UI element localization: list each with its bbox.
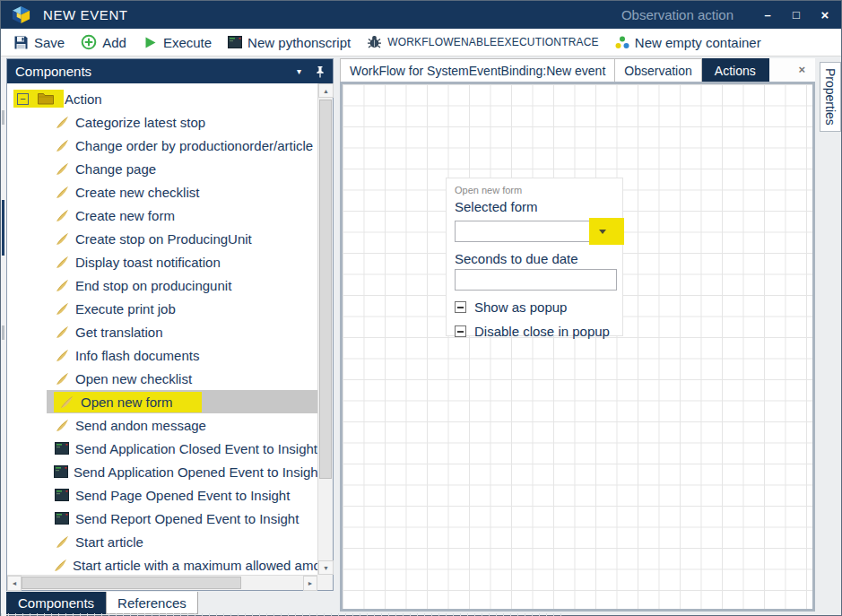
- selected-form-label: Selected form: [455, 199, 614, 214]
- tree-item-send-application-closed-event-to-insight[interactable]: Send Application Closed Event to Insight: [7, 437, 317, 460]
- wand-icon: [54, 535, 70, 549]
- toolbar-button-execute[interactable]: Execute: [135, 29, 220, 56]
- tree-item-open-new-checklist[interactable]: Open new checklist: [7, 367, 317, 390]
- tree-item-start-article-with-a-maximum-allowed-amou[interactable]: Start article with a maximum allowed amo…: [7, 553, 317, 575]
- checkbox-indeterminate-icon[interactable]: [455, 301, 466, 313]
- tree-item-label: Categorize latest stop: [75, 115, 205, 130]
- tree-item-send-application-opened-event-to-insight[interactable]: Send Application Opened Event to Insight: [7, 460, 317, 483]
- tree-item-change-page[interactable]: Change page: [7, 157, 317, 180]
- toolbar-button-label: WORKFLOWENABLEEXECUTIONTRACE: [387, 36, 599, 48]
- scrollbar-thumb[interactable]: [319, 100, 332, 479]
- scrollbar-track[interactable]: [22, 576, 303, 590]
- tree-item-end-stop-on-producingunit[interactable]: End stop on producingunit: [7, 273, 317, 297]
- highlight-block: −: [13, 90, 64, 108]
- tree-item-change-order-by-productionorder-article[interactable]: Change order by productionorder/article: [7, 134, 317, 157]
- scroll-up-button[interactable]: ▲: [318, 83, 334, 98]
- tree-item-categorize-latest-stop[interactable]: Categorize latest stop: [7, 110, 317, 134]
- combo-dropdown-button[interactable]: [589, 218, 624, 245]
- edge-marker: [2, 200, 4, 256]
- seconds-to-due-date-input[interactable]: [455, 269, 617, 291]
- show-as-popup-checkbox[interactable]: Show as popup: [455, 299, 614, 315]
- tree-item-info-flash-documents[interactable]: Info flash documents: [7, 343, 317, 367]
- tree-item-label: Open new form: [81, 395, 173, 410]
- tree-item-create-stop-on-producingunit[interactable]: Create stop on ProducingUnit: [7, 227, 317, 250]
- tree-item-label: Execute print job: [75, 301, 176, 317]
- toolbar-button-save[interactable]: Save: [5, 29, 73, 56]
- minimize-button[interactable]: –: [760, 8, 775, 22]
- toolbar-button-add[interactable]: Add: [73, 29, 135, 56]
- document-tab-strip: WorkFlow for SystemEventBinding:New even…: [340, 58, 815, 82]
- scroll-right-button[interactable]: ►: [303, 576, 317, 591]
- maximize-button[interactable]: □: [789, 8, 803, 22]
- panel-tab-label: References: [117, 595, 187, 611]
- edge-marker: [2, 325, 4, 340]
- tree-item-action[interactable]: −Action: [7, 87, 317, 110]
- tree-item-display-toast-notification[interactable]: Display toast notification: [7, 250, 317, 273]
- tree-item-execute-print-job[interactable]: Execute print job: [7, 297, 317, 320]
- toolbar-button-new-empty-container[interactable]: New empty container: [607, 29, 769, 56]
- console-icon: [54, 489, 70, 501]
- wand-icon: [54, 139, 70, 152]
- tab-observation[interactable]: Observation: [615, 58, 701, 82]
- wand-icon: [54, 186, 70, 199]
- console-icon: [54, 512, 70, 525]
- scrollbar-track[interactable]: [318, 98, 333, 560]
- scroll-left-button[interactable]: ◄: [7, 576, 22, 591]
- toolbar-button-workflowenableexecutiontrace[interactable]: WORKFLOWENABLEEXECUTIONTRACE: [359, 29, 607, 56]
- tree-item-open-new-form[interactable]: Open new form: [7, 390, 317, 413]
- toolbar-button-new-pythonscript[interactable]: New pythonscript: [220, 29, 359, 56]
- tab-workflow-for-systemeventbinding-new-event[interactable]: WorkFlow for SystemEventBinding:New even…: [340, 58, 615, 82]
- toolbar: SaveAddExecuteNew pythonscriptWORKFLOWEN…: [1, 29, 841, 56]
- tree-item-send-page-opened-event-to-insight[interactable]: Send Page Opened Event to Insight: [7, 483, 317, 507]
- close-button[interactable]: ×: [818, 7, 832, 22]
- selected-form-combobox[interactable]: [455, 221, 617, 242]
- panel-tab-components[interactable]: Components: [6, 592, 106, 614]
- wand-icon: [54, 419, 70, 432]
- wand-icon: [54, 349, 70, 362]
- tree-item-create-new-form[interactable]: Create new form: [7, 204, 317, 227]
- dots-icon: [615, 36, 629, 49]
- titlebar-context-label: Observation action: [621, 7, 733, 22]
- close-document-icon[interactable]: ×: [798, 63, 805, 76]
- tree-item-label: Send Application Closed Event to Insight: [75, 441, 317, 456]
- checkbox-label: Show as popup: [474, 299, 567, 315]
- tree-item-start-article[interactable]: Start article: [7, 530, 317, 553]
- tree-horizontal-scrollbar[interactable]: ◄ ►: [7, 575, 317, 590]
- components-panel: Components ▾ −ActionCategorize latest st…: [6, 58, 334, 591]
- chevron-down-icon: [599, 230, 606, 234]
- tree-item-get-translation[interactable]: Get translation: [7, 320, 317, 343]
- open-new-form-widget: Open new form Selected form Seconds to d…: [446, 178, 623, 336]
- highlight-block: Open new form: [54, 392, 202, 412]
- tab-properties[interactable]: Properties: [820, 62, 841, 132]
- wand-icon: [54, 116, 70, 129]
- scrollbar-thumb[interactable]: [22, 577, 241, 589]
- tree-item-label: Start article: [75, 534, 143, 550]
- console-icon: [54, 442, 70, 455]
- panel-menu-caret-icon[interactable]: ▾: [297, 66, 301, 76]
- tab-label: WorkFlow for SystemEventBinding:New even…: [350, 64, 605, 78]
- tree-vertical-scrollbar[interactable]: ▲ ▼: [317, 83, 333, 575]
- tree-item-send-andon-message[interactable]: Send andon message: [7, 413, 317, 437]
- pin-icon[interactable]: [316, 65, 325, 78]
- checkbox-indeterminate-icon[interactable]: [455, 325, 466, 337]
- wand-icon: [54, 559, 67, 572]
- tab-actions[interactable]: Actions: [702, 58, 769, 82]
- tree-item-send-report-opened-event-to-insight[interactable]: Send Report Opened Event to Insight: [7, 507, 317, 530]
- tree-item-label: Create new checklist: [75, 185, 199, 200]
- wand-icon: [54, 162, 70, 176]
- scroll-down-button[interactable]: ▼: [318, 560, 334, 575]
- tree-item-create-new-checklist[interactable]: Create new checklist: [7, 180, 317, 204]
- tree-item-label: Start article with a maximum allowed amo…: [73, 558, 317, 573]
- tree-item-label: Send Report Opened Event to Insight: [75, 511, 299, 526]
- panel-tab-references[interactable]: References: [106, 592, 198, 614]
- tree-item-label: Display toast notification: [75, 255, 221, 270]
- tree-item-label: Send Page Opened Event to Insight: [75, 488, 290, 503]
- disable-close-in-popup-checkbox[interactable]: Disable close in popup: [455, 324, 614, 339]
- edge-marker: [2, 110, 4, 125]
- toolbar-button-label: New pythonscript: [247, 35, 351, 50]
- tree-item-label: Info flash documents: [75, 348, 199, 363]
- wand-icon: [54, 232, 70, 246]
- collapse-expander-icon[interactable]: −: [17, 93, 29, 105]
- workflow-canvas[interactable]: Open new form Selected form Seconds to d…: [340, 82, 815, 612]
- bug-icon: [367, 35, 382, 49]
